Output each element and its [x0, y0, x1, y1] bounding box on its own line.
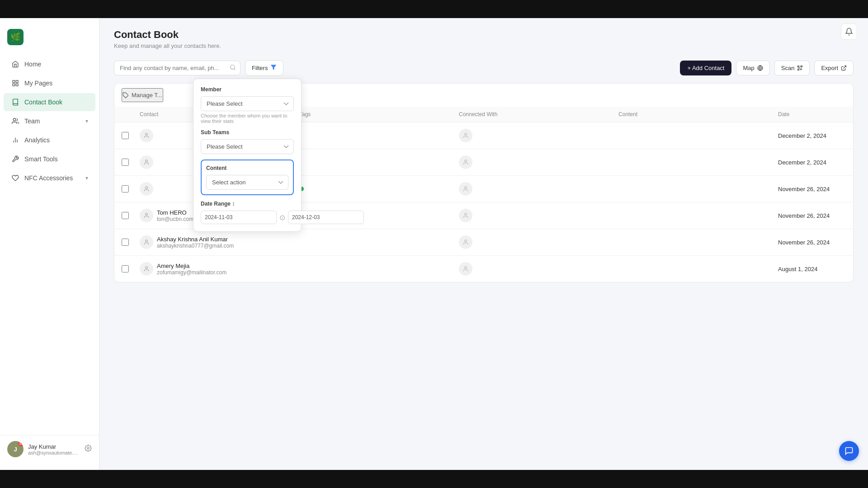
- sidebar-label-team: Team: [24, 117, 81, 125]
- row5-date: November 26, 2024: [778, 239, 830, 246]
- chat-button[interactable]: [839, 441, 859, 461]
- row1-date: December 2, 2024: [778, 132, 826, 139]
- svg-point-8: [87, 447, 89, 449]
- user-avatar: J 12: [7, 441, 24, 457]
- sidebar-footer: J 12 Jay Kumar ash@synxautomate.com: [0, 435, 99, 463]
- sidebar-item-my-pages[interactable]: My Pages: [4, 74, 95, 92]
- page-title-section: Contact Book Keep and manage all your co…: [114, 29, 221, 49]
- svg-rect-0: [13, 80, 15, 83]
- sidebar-label-nfc: NFC Accessories: [24, 174, 81, 182]
- filter-dropdown: Member Please Select Choose the member w…: [193, 79, 302, 232]
- settings-icon[interactable]: [85, 445, 92, 454]
- row3-checkbox[interactable]: [122, 185, 129, 192]
- search-icon: [230, 64, 236, 72]
- member-select[interactable]: Please Select: [201, 96, 294, 111]
- user-name: Jay Kumar: [28, 443, 80, 450]
- sidebar-item-contact-book[interactable]: Contact Book: [4, 93, 95, 111]
- main-content: Contact Book Keep and manage all your co…: [99, 18, 868, 470]
- col-checkbox: [122, 111, 140, 117]
- row6-avatar: [140, 262, 153, 276]
- svg-rect-14: [798, 66, 799, 67]
- notification-badge: 12: [18, 441, 24, 446]
- row1-checkbox[interactable]: [122, 132, 129, 139]
- row5-avatar: [140, 235, 153, 249]
- svg-line-17: [843, 66, 846, 69]
- col-tags: Tags: [299, 111, 459, 117]
- nfc-chevron: ▾: [85, 175, 88, 181]
- search-input[interactable]: [114, 61, 241, 75]
- map-button[interactable]: Map: [736, 61, 769, 75]
- sidebar-item-analytics[interactable]: Analytics: [4, 131, 95, 149]
- svg-rect-16: [798, 69, 799, 70]
- svg-line-10: [234, 68, 236, 70]
- pages-icon: [11, 79, 20, 88]
- col-content: Content: [618, 111, 778, 117]
- svg-point-21: [146, 160, 148, 162]
- svg-point-19: [146, 133, 148, 136]
- svg-point-26: [465, 213, 467, 216]
- sidebar-label-analytics: Analytics: [24, 136, 88, 144]
- sidebar-item-home[interactable]: Home: [4, 55, 95, 73]
- scan-button[interactable]: Scan: [774, 61, 810, 75]
- nfc-icon: [11, 174, 20, 183]
- row5-email: akshaykrishna0777@gmail.com: [157, 243, 234, 249]
- svg-point-22: [465, 160, 467, 162]
- user-info: Jay Kumar ash@synxautomate.com: [28, 443, 80, 455]
- member-hint: Choose the member whom you want to view …: [201, 113, 294, 124]
- search-wrapper: [114, 61, 241, 75]
- export-button[interactable]: Export: [814, 61, 854, 75]
- row5-checkbox[interactable]: [122, 239, 129, 246]
- filters-button[interactable]: Filters: [245, 60, 283, 76]
- row6-date: August 1, 2024: [778, 266, 817, 272]
- row3-connected-icon: [459, 182, 472, 196]
- manage-tags-button[interactable]: Manage T...: [122, 88, 163, 102]
- notification-bell[interactable]: [841, 23, 857, 40]
- content-filter-label: Content: [206, 165, 288, 171]
- row3-date: November 26, 2024: [778, 186, 830, 192]
- filters-label: Filters: [252, 65, 268, 71]
- sidebar-label-my-pages: My Pages: [24, 80, 88, 87]
- table-row: Amery Mejia zofumamigy@mailinator.com Au…: [114, 256, 853, 282]
- sidebar-label-contact-book: Contact Book: [24, 99, 88, 106]
- row5-connected-icon: [459, 235, 472, 249]
- date-to-input[interactable]: [288, 211, 364, 224]
- export-label: Export: [821, 65, 838, 71]
- row6-connected-icon: [459, 262, 472, 276]
- svg-point-24: [465, 187, 467, 189]
- row2-connected-icon: [459, 155, 472, 169]
- col-date: Date: [778, 111, 846, 117]
- team-icon: [11, 117, 20, 126]
- subteams-filter-section: Sub Teams Please Select: [201, 129, 294, 154]
- sidebar-item-nfc-accessories[interactable]: NFC Accessories ▾: [4, 169, 95, 187]
- row6-checkbox[interactable]: [122, 265, 129, 272]
- sidebar-item-team[interactable]: Team ▾: [4, 112, 95, 130]
- manage-tags-label: Manage T...: [132, 92, 162, 99]
- date-from-input[interactable]: [201, 211, 277, 224]
- scan-label: Scan: [781, 65, 795, 71]
- svg-rect-3: [16, 84, 18, 86]
- date-separator: ⊙: [279, 213, 285, 222]
- member-filter-section: Member Please Select Choose the member w…: [201, 86, 294, 124]
- book-icon: [11, 98, 20, 107]
- sidebar-item-smart-tools[interactable]: Smart Tools: [4, 150, 95, 168]
- svg-point-4: [13, 118, 15, 121]
- table-row: Akshay Krishna Anil Kumar akshaykrishna0…: [114, 229, 853, 256]
- row1-connected-icon: [459, 129, 472, 142]
- sidebar-label-home: Home: [24, 61, 88, 68]
- row2-checkbox[interactable]: [122, 159, 129, 166]
- add-contact-button[interactable]: + Add Contact: [680, 61, 731, 75]
- row4-date: November 26, 2024: [778, 212, 830, 219]
- logo-icon: 🌿: [7, 29, 24, 45]
- content-select[interactable]: Select action: [206, 175, 288, 190]
- filter-icon: [270, 64, 277, 72]
- sidebar-label-smart-tools: Smart Tools: [24, 155, 88, 163]
- row2-avatar: [140, 155, 153, 169]
- svg-marker-11: [271, 65, 277, 70]
- row6-name: Amery Mejia: [157, 263, 226, 269]
- row4-email: ton@ucbn.com: [157, 216, 193, 222]
- svg-point-20: [465, 133, 467, 136]
- row4-checkbox[interactable]: [122, 212, 129, 219]
- date-range-section: Date Range ↕ ⊙: [201, 201, 294, 224]
- subteams-select[interactable]: Please Select: [201, 139, 294, 154]
- home-icon: [11, 60, 20, 69]
